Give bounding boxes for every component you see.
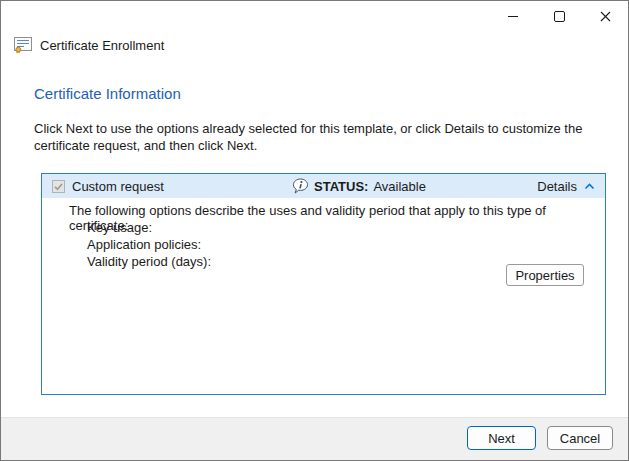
status-value: Available [373, 179, 426, 194]
cancel-button[interactable]: Cancel [547, 426, 613, 450]
field-application-policies: Application policies: [87, 237, 201, 252]
template-panel: Custom request STATUS: Available Details… [41, 173, 606, 395]
next-button[interactable]: Next [467, 426, 536, 450]
close-button[interactable] [582, 1, 628, 31]
status-group: STATUS: Available [292, 174, 426, 198]
custom-request-checkbox[interactable] [52, 180, 65, 193]
titlebar-controls [490, 1, 628, 31]
maximize-button[interactable] [536, 1, 582, 31]
minimize-button[interactable] [490, 1, 536, 31]
field-validity-period: Validity period (days): [87, 254, 211, 269]
minimize-icon [508, 16, 518, 17]
details-label: Details [537, 179, 577, 194]
certificate-icon [14, 37, 32, 54]
maximize-icon [554, 11, 565, 22]
instruction-text: Click Next to use the options already se… [34, 120, 616, 154]
page-title: Certificate Information [34, 85, 181, 102]
footer: Next Cancel [1, 417, 628, 460]
info-balloon-icon [292, 178, 309, 194]
status-label: STATUS: [314, 179, 368, 194]
chevron-up-icon [584, 183, 595, 190]
app-header: Certificate Enrollment [14, 37, 164, 54]
template-header-row[interactable]: Custom request STATUS: Available Details [42, 174, 605, 198]
close-icon [600, 11, 611, 22]
app-title: Certificate Enrollment [40, 38, 164, 53]
checkmark-icon [53, 181, 64, 192]
properties-button[interactable]: Properties [506, 264, 584, 286]
custom-request-label: Custom request [72, 179, 164, 194]
details-toggle[interactable]: Details [537, 174, 595, 198]
certificate-enrollment-window: Certificate Enrollment Certificate Infor… [0, 0, 629, 461]
field-key-usage: Key usage: [87, 220, 152, 235]
